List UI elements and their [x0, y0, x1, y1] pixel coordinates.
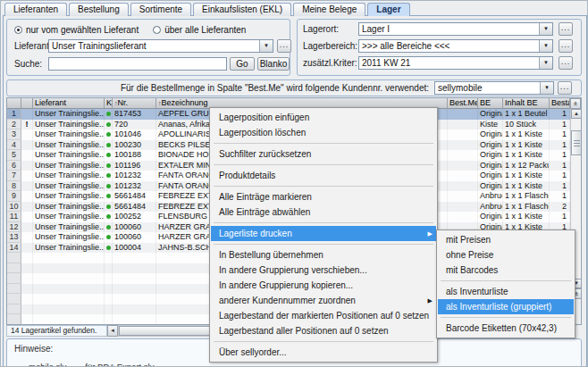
menu-item[interactable]: anderer Kundennummer zuordnen ▶ [211, 293, 436, 308]
scroll-left-icon[interactable]: ◄ [107, 325, 118, 337]
menu-item[interactable]: als Inventurliste (gruppiert) ▶ [438, 299, 574, 314]
menu-item[interactable]: Lagerbestand aller Positionen auf 0 setz… [211, 323, 436, 338]
tab-einkaufslisten-ekl-[interactable]: Einkaufslisten (EKL) [193, 3, 291, 16]
header-inhalt[interactable]: Inhalt BE [503, 98, 550, 109]
cell-nr [113, 263, 156, 274]
menu-item[interactable]: Lagerbestand der markierten Positionen a… [211, 308, 436, 323]
tab-lieferanten[interactable]: Lieferanten [4, 3, 67, 16]
cell-lieferant: Unser Trainingslie.. [33, 171, 105, 181]
cell-lieferant [33, 273, 105, 284]
tab-bestellung[interactable]: Bestellung [69, 3, 129, 16]
header-k[interactable]: K [105, 98, 113, 109]
cell-nr: 5661484 [113, 191, 156, 202]
thumb-grip [574, 140, 580, 141]
more-options-button[interactable]: ... [559, 39, 573, 53]
menu-separator [214, 143, 433, 144]
dropdown-arrow-icon[interactable]: ▼ [539, 57, 552, 69]
cell-lieferant [33, 304, 105, 315]
header-nr[interactable]: ↑Nr. [113, 98, 156, 109]
tab-sortimente[interactable]: Sortimente [130, 3, 191, 16]
row-flag [21, 161, 33, 171]
menu-item[interactable]: mit Barcodes ▶ [438, 263, 574, 278]
cell-be: Original [478, 212, 503, 222]
dropdown-arrow-icon[interactable]: ▼ [539, 40, 552, 52]
context-menu: Lagerposition einfügen ▶ Lagerposition l… [209, 107, 438, 363]
menu-item[interactable]: Suchfilter zurücksetzen ▶ [211, 146, 436, 162]
cell-inhalt: 1 x 1 Kiste [503, 171, 550, 181]
cell-k [105, 181, 113, 192]
lieferant-more-button[interactable]: ... [277, 39, 291, 53]
header-lieferant[interactable]: Lieferant [33, 98, 105, 109]
tab-lager[interactable]: Lager [367, 3, 409, 16]
dropdown-arrow-icon[interactable]: ▼ [540, 82, 553, 94]
menu-item[interactable]: ohne Preise ▶ [438, 247, 574, 263]
radio-nur-vom-gewaehlten-lieferant[interactable]: nur vom gewählten Lieferant [14, 25, 139, 35]
row-number [7, 284, 21, 295]
lieferant-combo[interactable]: Unser Trainingslieferant ▼ [48, 39, 273, 53]
dropdown-arrow-icon[interactable]: ▼ [259, 40, 273, 52]
menu-item-label: Suchfilter zurücksetzen [219, 149, 311, 159]
cell-k [105, 232, 113, 243]
menu-item[interactable]: mit Preisen ▶ [438, 232, 574, 247]
tab-meine-belege[interactable]: Meine Belege [293, 3, 365, 16]
scroll-up-icon[interactable]: ▲ [571, 109, 582, 119]
blanko-button[interactable]: Blanko [257, 57, 290, 71]
row-number: 5 [7, 150, 21, 161]
cell-nr: 720 [113, 120, 156, 130]
menu-item-label: Alle Einträge abwählen [219, 207, 310, 217]
radio-ueber-alle-lieferanten[interactable]: über alle Lieferanten [153, 25, 246, 35]
cell-lieferant [33, 284, 105, 295]
table-corner-button[interactable]: ± [570, 98, 581, 109]
print-submenu: mit Preisen ▶ ohne Preise ▶ mit Barcodes… [436, 229, 575, 338]
cell-nr: 100060 [113, 222, 156, 233]
combo-box[interactable]: 2011 KW 21 ▼ [358, 56, 553, 70]
menu-item-label: In andere Gruppierung verschieben... [219, 265, 367, 275]
cell-bestme [448, 161, 478, 171]
field-label: Lagerbereich: [303, 39, 357, 53]
menu-item[interactable]: als Inventurliste ▶ [438, 284, 574, 299]
cell-bestme [448, 120, 478, 130]
field-label: Lagerort: [303, 22, 339, 36]
tab-label: Einkaufslisten (EKL) [202, 4, 282, 14]
menu-item[interactable]: Produktdetails ▶ [211, 168, 436, 183]
cell-k [105, 191, 113, 202]
header-flag [21, 98, 33, 109]
menu-item[interactable]: In andere Gruppierung kopieren... ▶ [211, 278, 436, 293]
menu-item-label: Produktdetails [219, 171, 275, 180]
cell-nr [113, 284, 156, 295]
menu-item[interactable]: In Bestellung übernehmen ▶ [211, 247, 436, 263]
header-bestme[interactable]: Best.Me [448, 98, 478, 109]
bestellmenge-bar: Für die Bestellmenge in Spalte "Best.Me"… [6, 79, 582, 96]
radio-unselected-icon[interactable] [153, 26, 161, 34]
menu-item[interactable]: In andere Gruppierung verschieben... ▶ [211, 263, 436, 278]
combo-box[interactable]: Lager I ▼ [358, 22, 553, 36]
header-bestand[interactable]: Bestand [550, 98, 570, 109]
radio-selected-icon[interactable] [14, 26, 22, 34]
more-options-button[interactable]: ... [559, 56, 573, 70]
menu-item[interactable]: Lagerliste drucken ▶ [211, 226, 436, 241]
search-input[interactable] [48, 57, 227, 71]
cell-k [105, 120, 113, 130]
row-number: 8 [7, 181, 21, 192]
cell-bestand: 1 [550, 191, 570, 202]
go-button[interactable]: Go [230, 57, 255, 71]
menu-item[interactable]: Alle Einträge markieren ▶ [211, 189, 436, 204]
cell-bestme [448, 202, 478, 213]
menu-item[interactable]: Lagerposition einfügen ▶ [211, 110, 436, 125]
kundennr-more-button[interactable]: ... [558, 81, 572, 95]
menu-item[interactable]: Alle Einträge abwählen ▶ [211, 204, 436, 220]
green-dot-icon [106, 214, 111, 219]
cell-inhalt: 1 x 1 Beutel [503, 109, 550, 120]
cell-bestand: 1 [550, 212, 570, 222]
cell-lieferant: Unser Trainingslie.. [33, 150, 105, 161]
dropdown-arrow-icon[interactable]: ▼ [539, 23, 552, 35]
menu-separator [441, 317, 571, 318]
menu-item[interactable]: Barcode Etiketten (70x42,3) ▶ [438, 321, 574, 336]
menu-item[interactable]: Über sellyorder... ▶ [211, 345, 436, 360]
kundennr-combo[interactable]: sellymobile ▼ [434, 81, 554, 95]
combo-box[interactable]: >>> alle Bereiche <<< ▼ [358, 39, 553, 53]
header-be[interactable]: BE [478, 98, 503, 109]
menu-item[interactable]: Lagerposition löschen ▶ [211, 125, 436, 140]
more-options-button[interactable]: ... [559, 22, 573, 36]
vscroll-thumb[interactable] [571, 130, 582, 155]
